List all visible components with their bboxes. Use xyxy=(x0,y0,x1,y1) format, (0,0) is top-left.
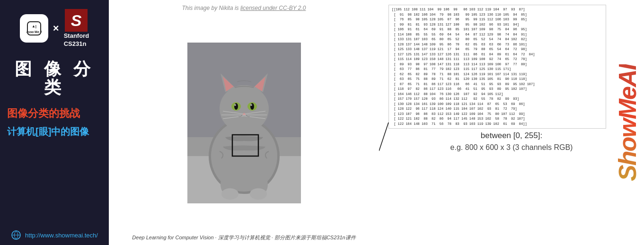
stanford-line2: CS231n xyxy=(64,40,89,48)
svg-line-34 xyxy=(379,122,388,151)
license-link[interactable]: licensed under CC-BY 2.0 xyxy=(240,5,306,11)
website-link[interactable]: http://www.showmeai.tech/ xyxy=(25,232,98,239)
license-text: This image by Nikita is xyxy=(182,5,239,11)
cat-image xyxy=(187,43,301,203)
footer-text: Deep Learning for Computer Vision · 深度学习… xyxy=(109,232,379,242)
page-title-cn: 图 像 分 类 xyxy=(5,60,104,97)
svg-text:S: S xyxy=(71,11,82,29)
logo-area: ▲| Show Me AI × S Stanford CS231n xyxy=(20,9,89,48)
stanford-text: Stanford CS231n xyxy=(64,32,89,48)
showme-label: Show Me AI xyxy=(26,30,42,34)
number-grid-area: [[105 112 108 111 104 99 106 99 06 103 1… xyxy=(388,5,606,129)
showmeai-vertical-brand: ShowMeAI xyxy=(611,0,644,245)
x-symbol: × xyxy=(53,22,59,35)
svg-point-11 xyxy=(220,85,269,132)
sidebar: ▲| Show Me AI × S Stanford CS231n 图 像 分 … xyxy=(0,0,109,245)
challenge-title: 图像分类的挑战 xyxy=(5,106,104,121)
svg-point-21 xyxy=(250,104,252,106)
what-range: between [0, 255]: xyxy=(481,131,542,140)
cat-image-area xyxy=(109,13,379,232)
svg-point-32 xyxy=(250,188,267,200)
stanford-line1: Stanford xyxy=(64,32,89,40)
website-icon xyxy=(11,230,21,240)
ai-icon: ▲| Show Me AI xyxy=(26,21,42,36)
svg-text:▲|: ▲| xyxy=(32,24,36,28)
svg-point-31 xyxy=(221,188,238,200)
svg-point-19 xyxy=(250,103,254,110)
stanford-s-icon: S xyxy=(64,9,88,32)
stanford-logo: S Stanford CS231n xyxy=(64,9,89,48)
sub-title: 计算机[眼]中的图像 xyxy=(5,125,104,138)
right-panel: [[105 112 108 111 104 99 106 99 06 103 1… xyxy=(379,0,644,245)
center-panel: This image by Nikita is licensed under C… xyxy=(109,0,379,245)
image-license: This image by Nikita is licensed under C… xyxy=(109,5,379,11)
showme-logo: ▲| Show Me AI xyxy=(20,14,48,43)
website-row: http://www.showmeai.tech/ xyxy=(11,230,98,240)
showmeai-brand-text: ShowMeAI xyxy=(615,64,640,181)
svg-point-20 xyxy=(234,104,236,106)
svg-point-18 xyxy=(234,103,238,110)
what-example: e.g. 800 x 600 x 3 (3 channels RGB) xyxy=(450,143,573,152)
number-grid: [[105 112 108 111 104 99 106 99 06 103 1… xyxy=(392,7,603,126)
